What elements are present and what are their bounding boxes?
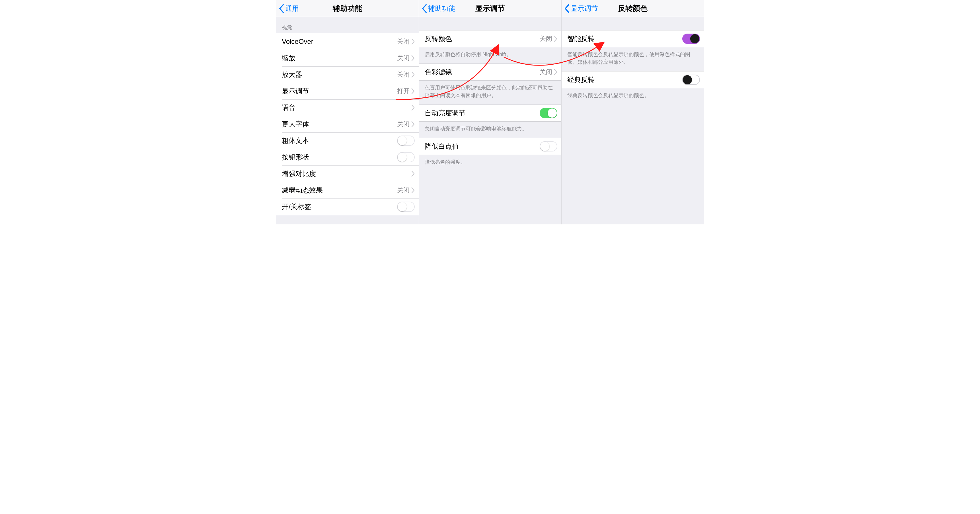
row-label: 更大字体 (282, 120, 309, 129)
chevron-left-icon (565, 4, 570, 13)
chevron-right-icon (411, 121, 415, 127)
row-label: 智能反转 (567, 34, 595, 43)
row-label: 语音 (282, 103, 296, 112)
row-label: 色彩滤镜 (425, 67, 452, 77)
navbar: 通用 辅助功能 (276, 0, 419, 17)
toggle-auto-brightness[interactable] (540, 108, 557, 118)
row-auto-brightness[interactable]: 自动亮度调节 (419, 105, 561, 121)
list: 自动亮度调节 (419, 104, 561, 121)
chevron-right-icon (411, 88, 415, 94)
footer-smart-invert: 智能反转颜色会反转显示屏的颜色，使用深色样式的图像、媒体和部分应用除外。 (562, 47, 704, 71)
row-reduce-motion[interactable]: 减弱动态效果 关闭 (276, 182, 419, 198)
row-value: 关闭 (397, 54, 410, 62)
toggle-button-shapes[interactable] (397, 152, 415, 162)
row-button-shapes[interactable]: 按钮形状 (276, 149, 419, 166)
back-label: 通用 (285, 4, 299, 13)
row-onoff-labels[interactable]: 开/关标签 (276, 198, 419, 215)
group-header-vision: 视觉 (276, 17, 419, 33)
footer-white-point: 降低亮色的强度。 (419, 155, 561, 171)
toggle-onoff-labels[interactable] (397, 202, 415, 212)
list: 智能反转 (562, 30, 704, 47)
row-label: 增强对比度 (282, 169, 316, 178)
row-classic-invert[interactable]: 经典反转 (562, 72, 704, 88)
row-speech[interactable]: 语音 (276, 99, 419, 116)
back-label: 显示调节 (571, 4, 598, 13)
chevron-right-icon (411, 39, 415, 45)
row-smart-invert[interactable]: 智能反转 (562, 30, 704, 47)
footer-autobright: 关闭自动亮度调节可能会影响电池续航能力。 (419, 121, 561, 138)
chevron-right-icon (554, 69, 557, 75)
list: 色彩滤镜 关闭 (419, 64, 561, 81)
list: 降低白点值 (419, 138, 561, 155)
toggle-bold-text[interactable] (397, 136, 415, 146)
chevron-right-icon (554, 36, 557, 42)
pane-accessibility: 通用 辅助功能 视觉 VoiceOver 关闭 缩放 关闭 放大器 关闭 (276, 0, 419, 224)
toggle-classic-invert[interactable] (682, 75, 700, 85)
chevron-right-icon (411, 105, 415, 110)
back-label: 辅助功能 (428, 4, 455, 13)
row-increase-contrast[interactable]: 增强对比度 (276, 166, 419, 182)
row-color-filters[interactable]: 色彩滤镜 关闭 (419, 64, 561, 80)
row-value: 关闭 (540, 34, 552, 43)
row-label: 开/关标签 (282, 202, 311, 211)
row-label: VoiceOver (282, 38, 313, 46)
navbar: 辅助功能 显示调节 (419, 0, 561, 17)
chevron-right-icon (411, 171, 415, 177)
chevron-right-icon (411, 72, 415, 77)
row-label: 自动亮度调节 (425, 109, 466, 118)
row-label: 反转颜色 (425, 34, 452, 43)
footer-classic-invert: 经典反转颜色会反转显示屏的颜色。 (562, 88, 704, 104)
row-value: 关闭 (540, 68, 552, 76)
row-value: 关闭 (397, 37, 410, 46)
row-bold-text[interactable]: 粗体文本 (276, 132, 419, 149)
row-voiceover[interactable]: VoiceOver 关闭 (276, 34, 419, 50)
row-value: 打开 (397, 87, 410, 96)
toggle-reduce-white-point[interactable] (540, 141, 557, 152)
row-display-accommodations[interactable]: 显示调节 打开 (276, 83, 419, 99)
row-magnifier[interactable]: 放大器 关闭 (276, 66, 419, 83)
pane-display-accommodations: 辅助功能 显示调节 反转颜色 关闭 启用反转颜色将自动停用 Night Shif… (419, 0, 561, 224)
footer-invert: 启用反转颜色将自动停用 Night Shift。 (419, 47, 561, 64)
row-reduce-white-point[interactable]: 降低白点值 (419, 138, 561, 155)
row-value: 关闭 (397, 70, 410, 79)
row-label: 按钮形状 (282, 153, 309, 162)
back-button[interactable]: 显示调节 (562, 4, 598, 13)
row-value: 关闭 (397, 120, 410, 128)
row-label: 显示调节 (282, 86, 309, 96)
row-label: 减弱动态效果 (282, 186, 323, 195)
row-zoom[interactable]: 缩放 关闭 (276, 50, 419, 66)
list: 经典反转 (562, 71, 704, 88)
row-larger-text[interactable]: 更大字体 关闭 (276, 116, 419, 132)
back-button[interactable]: 通用 (276, 4, 299, 13)
chevron-right-icon (411, 55, 415, 61)
row-label: 粗体文本 (282, 136, 309, 145)
row-label: 经典反转 (567, 75, 595, 84)
settings-list: VoiceOver 关闭 缩放 关闭 放大器 关闭 显示调节 打开 (276, 33, 419, 215)
toggle-smart-invert[interactable] (682, 34, 700, 44)
navbar: 显示调节 反转颜色 (562, 0, 704, 17)
chevron-left-icon (422, 4, 427, 13)
row-label: 缩放 (282, 54, 296, 63)
chevron-right-icon (411, 187, 415, 193)
chevron-left-icon (279, 4, 284, 13)
row-value: 关闭 (397, 186, 410, 195)
footer-filters: 色盲用户可使用色彩滤镜来区分颜色，此功能还可帮助在屏幕上阅读文本有困难的用户。 (419, 81, 561, 104)
back-button[interactable]: 辅助功能 (419, 4, 455, 13)
list: 反转颜色 关闭 (419, 30, 561, 47)
pane-invert-colors: 显示调节 反转颜色 智能反转 智能反转颜色会反转显示屏的颜色，使用深色样式的图像… (561, 0, 704, 224)
row-invert-colors[interactable]: 反转颜色 关闭 (419, 30, 561, 47)
row-label: 降低白点值 (425, 142, 459, 151)
row-label: 放大器 (282, 70, 302, 79)
